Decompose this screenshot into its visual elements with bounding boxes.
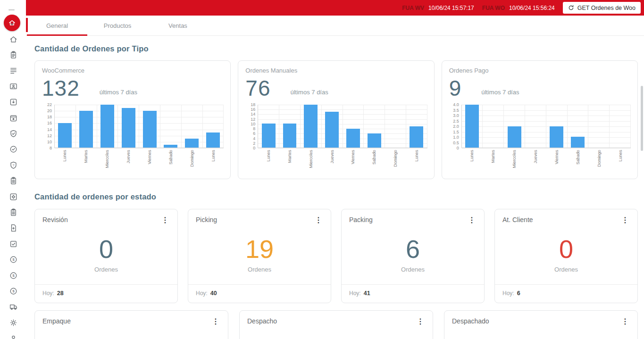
- tab-productos-label: Productos: [104, 22, 132, 29]
- list-icon[interactable]: [8, 66, 18, 76]
- x-axis-label: Sabado: [576, 150, 580, 165]
- chart-total-value: 132: [42, 78, 80, 99]
- x-axis-label: Sabado: [372, 150, 376, 165]
- x-axis-label: Sabado: [168, 150, 173, 165]
- circle-check-icon[interactable]: [8, 144, 18, 155]
- status-card-unit: Ordenes: [248, 266, 271, 273]
- status-card-unit: Ordenes: [554, 266, 578, 273]
- bar: [325, 112, 339, 148]
- y-axis: 222018161412108: [42, 105, 54, 148]
- status-card-title: Revisión: [42, 216, 68, 223]
- bar: [100, 105, 114, 148]
- status-card-footer: Hoy:28: [35, 284, 177, 303]
- vertical-scrollbar[interactable]: [641, 86, 643, 151]
- status-card-footer: Hoy:40: [188, 284, 331, 303]
- bar: [571, 137, 585, 148]
- status-card-despacho: Despacho ⋮: [239, 310, 433, 339]
- x-axis-label: Jueves: [126, 150, 131, 164]
- get-ordenes-woo-label: GET Ordenes de Woo: [577, 5, 636, 11]
- plot-area: [54, 105, 224, 148]
- chart-total-value: 9: [449, 78, 462, 99]
- box-gear-icon[interactable]: [8, 191, 18, 202]
- topbar: FUA WV 10/06/24 15:57:17 FUA WO 10/06/24…: [26, 0, 644, 16]
- x-axis-label: Lunes: [469, 150, 474, 162]
- x-axis-label: Viernes: [554, 150, 559, 164]
- chart-subtitle: últimos 7 días: [481, 89, 519, 96]
- clipboard-list-icon[interactable]: [8, 176, 18, 186]
- bar: [283, 124, 297, 148]
- shield-check-icon[interactable]: [8, 128, 18, 139]
- red-scroll-indicator[interactable]: [26, 18, 28, 32]
- fua-wv-status: FUA WV 10/06/24 15:57:17: [402, 5, 474, 11]
- kebab-menu-icon[interactable]: ⋮: [313, 216, 324, 224]
- chart-card-ordenes-pago: Ordenes Pago 9 últimos 7 días 4.03.53.02…: [442, 60, 638, 179]
- home-circle-icon[interactable]: [4, 15, 20, 31]
- tab-ventas[interactable]: Ventas: [148, 16, 208, 35]
- kebab-menu-icon[interactable]: ⋮: [415, 317, 426, 326]
- calendar-icon[interactable]: [8, 113, 18, 123]
- status-card-value: 6: [406, 236, 420, 262]
- x-axis-label: Lunes: [266, 150, 271, 162]
- chart-total-value: 76: [245, 78, 270, 99]
- today-label: Hoy:: [42, 290, 54, 297]
- inbox-icon[interactable]: [8, 97, 18, 107]
- tab-productos[interactable]: Productos: [87, 16, 148, 35]
- monitor-user-icon[interactable]: [8, 81, 18, 91]
- gear-icon[interactable]: [8, 317, 18, 328]
- kebab-menu-icon[interactable]: ⋮: [619, 317, 631, 326]
- fua-wo-label: FUA WO: [482, 5, 505, 11]
- status-card-title: Picking: [196, 216, 217, 223]
- status-card-title: At. Cliente: [502, 216, 533, 223]
- status-card-title: Packing: [349, 216, 373, 223]
- fua-wv-timestamp: 10/06/24 15:57:17: [428, 5, 474, 11]
- coin-icon[interactable]: $: [8, 270, 18, 281]
- clipboard-list-icon[interactable]: [8, 207, 18, 217]
- status-card-value: 0: [99, 236, 113, 262]
- chart-card-title: Ordenes Manuales: [245, 67, 427, 74]
- bar: [143, 111, 157, 148]
- bar: [262, 124, 276, 148]
- status-card-revision: Revisión ⋮ 0 Ordenes Hoy:28: [34, 209, 178, 303]
- coin-icon[interactable]: $: [8, 286, 18, 296]
- status-card-value: 0: [559, 236, 573, 262]
- x-axis-label: Lunes: [62, 150, 67, 162]
- file-plus-icon[interactable]: [8, 223, 18, 233]
- woocommerce-bar-chart: 222018161412108LunesMartesMiercolesJueve…: [42, 105, 224, 172]
- bar: [185, 139, 199, 148]
- status-card-footer: Hoy:41: [342, 284, 484, 303]
- tab-general[interactable]: General: [27, 16, 87, 35]
- x-axis-labels: LunesMartesMiercolesJuevesViernesSabadoD…: [258, 148, 427, 172]
- svg-text:$: $: [12, 289, 15, 293]
- chart-card-title: WooCommerce: [42, 67, 224, 74]
- x-axis-label: Domingo: [597, 150, 602, 167]
- main-content: Cantidad de Ordenes por Tipo WooCommerce…: [26, 36, 644, 339]
- chart-card-woocommerce: WooCommerce 132 últimos 7 días 222018161…: [34, 60, 231, 179]
- x-axis-label: Miercoles: [105, 150, 109, 168]
- chart-card-title: Ordenes Pago: [449, 67, 631, 74]
- clipboard-icon[interactable]: [8, 50, 18, 60]
- user-icon[interactable]: [8, 333, 18, 339]
- svg-text:$: $: [12, 257, 15, 262]
- kebab-menu-icon[interactable]: ⋮: [210, 317, 221, 326]
- truck-icon[interactable]: [8, 302, 18, 312]
- y-axis: 181614121086420: [245, 105, 258, 148]
- home-icon[interactable]: [8, 34, 18, 44]
- kebab-menu-icon[interactable]: ⋮: [466, 216, 477, 224]
- x-axis-label: Domingo: [190, 150, 194, 167]
- shield-question-icon[interactable]: ?: [8, 160, 18, 170]
- coin-icon[interactable]: $: [8, 255, 18, 265]
- chart-card-ordenes-manuales: Ordenes Manuales 76 últimos 7 días 18161…: [238, 60, 434, 179]
- status-card-packing: Packing ⋮ 6 Ordenes Hoy:41: [341, 209, 485, 303]
- kebab-menu-icon[interactable]: ⋮: [619, 216, 631, 224]
- bar: [79, 111, 93, 148]
- kebab-menu-icon[interactable]: ⋮: [159, 216, 171, 224]
- refresh-icon: [568, 5, 574, 11]
- x-axis-label: Jueves: [533, 150, 538, 164]
- today-label: Hoy:: [502, 290, 514, 297]
- get-ordenes-woo-button[interactable]: GET Ordenes de Woo: [563, 2, 641, 14]
- bar: [508, 126, 521, 148]
- bar: [164, 145, 177, 148]
- menu-collapse-icon[interactable]: [8, 9, 15, 10]
- chart-subtitle: últimos 7 días: [100, 89, 137, 96]
- checkbox-icon[interactable]: [8, 239, 18, 249]
